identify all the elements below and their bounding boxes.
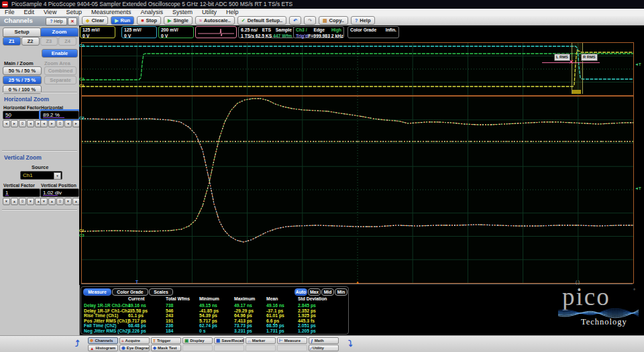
window-title: PicoSample 4 PicoScope 9404-05 Sampler E… [11, 0, 292, 9]
nav-left-arrow-icon[interactable]: ⤴ [75, 339, 80, 348]
button-label: Trigger [157, 339, 170, 343]
autoscale-button[interactable]: ≈Autoscale.. [195, 16, 235, 25]
clear-button[interactable]: ◆Clear [82, 16, 108, 25]
help-button[interactable]: ?Help [351, 16, 375, 25]
r-rms-marker[interactable]: R RMS [581, 54, 598, 61]
menu-edit[interactable]: Edit [19, 9, 40, 16]
trigger-level-marker-main[interactable]: ◄T [635, 62, 641, 66]
spinner-button[interactable]: ▸ [11, 120, 18, 127]
l-rms-marker[interactable]: L RMS [554, 54, 570, 61]
spinner-button[interactable]: ◂ [64, 120, 72, 127]
vpos-input[interactable]: 1.02 div [40, 188, 79, 197]
tab-color-grade[interactable]: Color Grade [112, 288, 148, 296]
single-button[interactable]: ▶Single [164, 16, 193, 25]
run-button[interactable]: ▶Run [111, 16, 134, 25]
stat-mode-auto[interactable]: Auto [294, 288, 307, 296]
stat-mode-max[interactable]: Max [308, 288, 321, 296]
hfactor-input[interactable]: 50 [3, 111, 40, 119]
zoom-region-handle[interactable] [572, 90, 581, 94]
bottombar-utility-button[interactable]: ∕Utility [309, 345, 339, 351]
history-button[interactable]: ↶ [289, 16, 301, 25]
spinner-button[interactable]: ◂ [40, 120, 48, 127]
default-setup-button[interactable]: ✓Default Setup.. [237, 16, 286, 25]
hfactor-spinner[interactable]: ◂▸0◂▸ [3, 120, 42, 127]
ratio-button-1[interactable]: 25 % / 75 % [3, 76, 42, 84]
stat-mode-min[interactable]: Min [335, 288, 347, 296]
bottombar-histogram-button[interactable]: ▲Histogram [88, 345, 118, 351]
zoom-view-section[interactable] [81, 96, 634, 284]
spinner-button[interactable]: ▴ [48, 198, 56, 205]
bottombar-eye-diagram-button[interactable]: ◉Eye Diagram [119, 345, 150, 351]
history-button[interactable]: ↷ [304, 16, 316, 25]
vfactor-spinner[interactable]: ▾▴0▾▴ [3, 198, 42, 205]
enable-button[interactable]: Enable [42, 49, 78, 58]
bottombar-math-button[interactable]: ƒMath [309, 337, 339, 344]
bottombar-acquire-button[interactable]: ≈Acquire [119, 337, 150, 344]
waveform-display[interactable]: ✕ L RMS R RMS C2 C3 C1 C2 C1 C3 ◄T ◄T T … [79, 39, 644, 285]
tab-scales[interactable]: Scales [149, 288, 173, 296]
spinner-button[interactable]: ◂ [3, 120, 10, 127]
copy-icon: ▤ [323, 17, 327, 23]
bottombar-mask-test-button[interactable]: ◈Mask Test [151, 345, 181, 351]
spinner-button[interactable]: ◂ [27, 120, 34, 127]
spinner-button[interactable]: ▾ [3, 198, 10, 205]
menu-system[interactable]: System [168, 9, 197, 16]
panel-help-button[interactable]: ? Help [46, 17, 67, 25]
spinner-button[interactable]: ▾ [64, 198, 72, 205]
trigger-icon: Ŧ [153, 339, 156, 343]
button-label: Help [360, 17, 370, 23]
tab-measure[interactable]: Measure [83, 288, 111, 296]
spinner-button[interactable]: ▴ [11, 198, 18, 205]
trigger-level-marker-zoom[interactable]: ◄T [635, 186, 641, 190]
chevron-down-icon[interactable]: ▾ [54, 172, 61, 180]
source-dropdown[interactable]: Ch1 ▾ [20, 171, 62, 180]
spinner-button[interactable]: 0 [19, 120, 26, 127]
nav-right-arrow-icon[interactable]: ⤵ [348, 339, 353, 348]
axis-t-marker[interactable]: T [136, 280, 138, 284]
color-grade-box[interactable]: Color GradeInfin. [347, 26, 399, 38]
spinner-button[interactable]: ▸ [48, 120, 56, 127]
zoom-region-highlight[interactable] [572, 43, 583, 94]
menu-measurements[interactable]: Measurements [87, 9, 136, 16]
spinner-button[interactable]: 0 [19, 198, 26, 205]
trigger-position-icon[interactable]: ▲ [356, 280, 360, 284]
spinner-button[interactable]: 0 [56, 120, 64, 127]
bottombar-display-button[interactable]: ▣Display [182, 337, 213, 344]
ch2-info-box[interactable]: 125 mV/0 V [121, 26, 157, 38]
zoom-z1-button[interactable]: Z1 [3, 37, 21, 46]
ch3-info-box[interactable]: 200 mV/0 V [158, 26, 194, 38]
ch4-preview-box[interactable] [195, 26, 237, 38]
main-view-section[interactable] [81, 42, 634, 96]
menu-file[interactable]: File [0, 9, 19, 16]
menu-setup[interactable]: Setup [61, 9, 87, 16]
trigger-box[interactable]: Ch3 /EdgeHigh Trig'dF=999.983 2 kHz [293, 26, 344, 38]
copy-button[interactable]: ▤Copy.. [319, 16, 348, 25]
hpos-input[interactable]: 89.2 % [40, 111, 79, 119]
menu-utility[interactable]: Utility [197, 9, 221, 16]
vfactor-input[interactable]: 1 [3, 188, 40, 197]
menu-help[interactable]: Help [221, 9, 244, 16]
bottombar-channels-button[interactable]: ⊕Channels [88, 337, 118, 344]
spinner-button[interactable]: 0 [56, 198, 64, 205]
vpos-spinner[interactable]: ▾▴0▾▴ [40, 198, 80, 205]
stat-mode-mid[interactable]: Mid [321, 288, 334, 296]
hpos-spinner[interactable]: ◂▸0◂▸ [40, 120, 80, 127]
bottombar-trigger-button[interactable]: ŦTrigger [151, 337, 181, 344]
spinner-button[interactable]: ▾ [27, 198, 34, 205]
ratio-button-0[interactable]: 50 % / 50 % [3, 66, 42, 75]
timebase-box[interactable]: 6.25 ns/ETSSample 1 TS/s62.5 KS447 Wfm [238, 26, 294, 38]
zoom-z2-button[interactable]: Z2 [21, 37, 40, 46]
spinner-button[interactable]: ▾ [40, 198, 48, 205]
menu-analysis[interactable]: Analysis [136, 9, 168, 16]
tab-setup[interactable]: Setup [3, 27, 41, 37]
bottombar-save-recall-button[interactable]: ▦Save/Recall [214, 337, 244, 344]
menu-view[interactable]: View [39, 9, 61, 16]
tab-zoom[interactable]: Zoom [40, 27, 78, 37]
panel-close-button[interactable]: ✕ [68, 17, 77, 25]
stop-button[interactable]: ■Stop [137, 16, 161, 25]
measure-table: Measure Color Grade Scales AutoMaxMidMin… [80, 286, 349, 335]
bottombar-marker-button[interactable]: ∩Marker [246, 337, 276, 344]
source-label: Source [32, 164, 48, 170]
bottombar-measure-button[interactable]: ⊢Measure [277, 337, 307, 344]
ch1-info-box[interactable]: 125 mV/0 V [80, 26, 115, 38]
